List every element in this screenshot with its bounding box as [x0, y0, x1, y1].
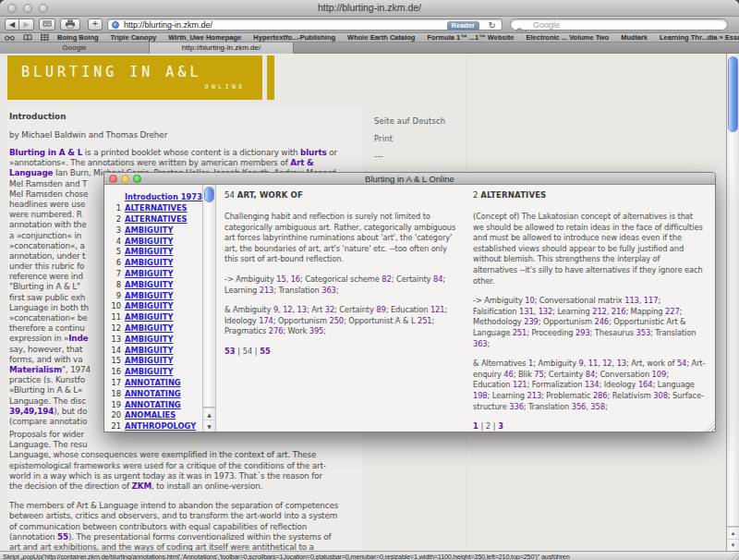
inline-link[interactable]: 89 [376, 305, 385, 314]
inline-link[interactable]: 113 [624, 296, 639, 305]
inline-link[interactable]: 121 [513, 380, 527, 389]
inline-link[interactable]: 134 [585, 380, 600, 389]
tab-google[interactable]: Google [0, 43, 150, 54]
bookmark-item[interactable]: Mudlark [621, 33, 648, 42]
scroll-down-arrow[interactable]: ▼ [727, 539, 739, 551]
inline-link[interactable]: 15 [276, 274, 285, 284]
inline-link[interactable]: 216 [612, 307, 626, 316]
index-scrollbar-thumb[interactable] [204, 187, 214, 202]
inline-link[interactable]: 117 [644, 296, 659, 305]
window-titlebar[interactable]: http://blurting-in.zkm.de/ [0, 0, 739, 17]
top-sites-grid-icon[interactable] [41, 34, 49, 41]
inline-link[interactable]: 10 [525, 296, 534, 305]
inline-link[interactable]: 16 [291, 274, 300, 284]
inline-link[interactable]: blurts [300, 148, 326, 157]
inline-link[interactable]: 54 [677, 359, 686, 368]
inline-link[interactable]: 198 [473, 391, 488, 400]
bookmarks-book-icon[interactable] [23, 34, 32, 41]
forward-button[interactable]: ▶ [19, 18, 34, 30]
inline-link[interactable]: 13 [617, 359, 626, 368]
address-field[interactable]: http://blurting-in.zkm.de/ Reader ↻ [107, 18, 503, 30]
inline-link[interactable]: 53 [224, 347, 236, 356]
bookmark-item[interactable]: Electronic ... Volume Two [526, 33, 609, 42]
bookmark-item[interactable]: Hypertextfo...-Publishing [253, 33, 335, 42]
inline-link[interactable]: 363 [321, 286, 336, 295]
index-scrollbar[interactable]: ▲ ▼ [202, 185, 216, 432]
inline-link[interactable]: 251 [513, 328, 527, 337]
inline-link[interactable]: Language [9, 168, 53, 177]
inline-link[interactable]: Blurting in A & L [9, 148, 82, 157]
inline-link[interactable]: 32 [325, 305, 334, 314]
inline-link[interactable]: 132 [539, 307, 553, 316]
inline-link[interactable]: 250 [329, 316, 344, 325]
inline-link[interactable]: 358 [590, 402, 605, 411]
print-button[interactable] [60, 18, 80, 30]
inline-link[interactable]: 174 [259, 316, 273, 325]
scroll-up-arrow[interactable]: ▲ [727, 527, 739, 539]
bookmark-item[interactable]: Formula 1™ ...1™ Website [427, 33, 514, 42]
reload-button[interactable]: ↻ [489, 19, 496, 31]
inline-link[interactable]: 251 [418, 316, 432, 325]
inline-link[interactable]: 39,49,194 [9, 407, 54, 416]
inline-link[interactable]: Inde [68, 334, 88, 343]
page-scrollbar-thumb[interactable] [728, 56, 738, 132]
reading-list-glasses-icon[interactable] [5, 35, 15, 41]
inline-link[interactable]: ZKM [131, 481, 151, 491]
text-run: ; Translation [650, 328, 696, 337]
bookmark-item[interactable]: Wirth_Uwe Homepage [168, 33, 241, 42]
inline-link[interactable]: 121 [430, 305, 445, 314]
window-resize-grip[interactable] [728, 551, 739, 560]
inline-link[interactable]: Art & [290, 158, 313, 167]
inline-link[interactable]: 164 [638, 380, 653, 389]
inline-link[interactable]: 308 [653, 391, 668, 400]
reader-badge[interactable]: Reader [447, 21, 479, 30]
index-scroll-up-arrow[interactable]: ▲ [203, 408, 215, 420]
bookmark-item[interactable]: Whole Earth Catalog [347, 33, 415, 42]
inline-link[interactable]: 363 [473, 339, 488, 348]
back-button[interactable]: ◀ [5, 18, 19, 30]
inline-link[interactable]: 46 [503, 370, 513, 379]
bookmark-item[interactable]: Triple Canopy [111, 33, 157, 42]
search-field[interactable]: Google [510, 18, 728, 30]
inline-link[interactable]: 239 [524, 317, 539, 326]
inline-link[interactable]: 55 [57, 532, 68, 542]
inline-link[interactable]: 246 [594, 317, 609, 326]
bookmark-item[interactable]: Learning Thr...dia » Essay [660, 33, 739, 42]
inline-link[interactable]: 131 [519, 307, 534, 316]
text-run: | [479, 421, 486, 431]
inline-link[interactable]: 12 [602, 359, 612, 368]
inline-link[interactable]: 11 [588, 359, 598, 368]
inline-link[interactable]: 82 [382, 274, 391, 284]
inline-link[interactable]: 212 [592, 307, 607, 316]
text-run: | [491, 421, 498, 431]
inline-link[interactable]: 3 [498, 421, 503, 431]
inline-link[interactable]: 395 [309, 326, 324, 335]
inline-link[interactable]: 75 [534, 370, 543, 379]
history-button[interactable] [39, 18, 55, 30]
page-scrollbar[interactable]: ▲ ▼ [726, 54, 739, 551]
inline-link[interactable]: 84 [433, 274, 442, 284]
add-bookmark-button[interactable]: + [88, 18, 103, 30]
inline-link[interactable]: 353 [636, 328, 651, 337]
popup-titlebar[interactable]: Blurting in A & L Online [104, 173, 715, 185]
tab-blurting-active[interactable]: http://blurting-in.zkm.de/ [150, 43, 294, 54]
inline-link[interactable]: 227 [665, 307, 680, 316]
inline-link[interactable]: 109 [652, 370, 667, 379]
inline-link[interactable]: 84 [586, 370, 595, 379]
inline-link[interactable]: Materialism [9, 365, 62, 374]
sidebar-link-print[interactable]: Print [374, 134, 466, 143]
index-scroll-down-arrow[interactable]: ▼ [203, 420, 215, 432]
inline-link[interactable]: 213 [527, 391, 542, 400]
inline-link[interactable]: 286 [593, 391, 608, 400]
inline-link[interactable]: 55 [260, 347, 271, 356]
inline-link[interactable]: 356 [572, 402, 587, 411]
bookmark-item[interactable]: Boing Boing [57, 33, 99, 42]
inline-link[interactable]: 336 [509, 402, 524, 411]
inline-link[interactable]: 12 [283, 305, 292, 314]
inline-link[interactable]: 293 [575, 328, 590, 337]
inline-link[interactable]: 13 [297, 305, 307, 314]
inline-link[interactable]: 213 [260, 286, 274, 295]
inline-link[interactable]: 276 [269, 326, 284, 335]
sidebar-link-german[interactable]: Seite auf Deutsch [374, 116, 466, 126]
text-run: , to install an online-version. [151, 481, 262, 491]
